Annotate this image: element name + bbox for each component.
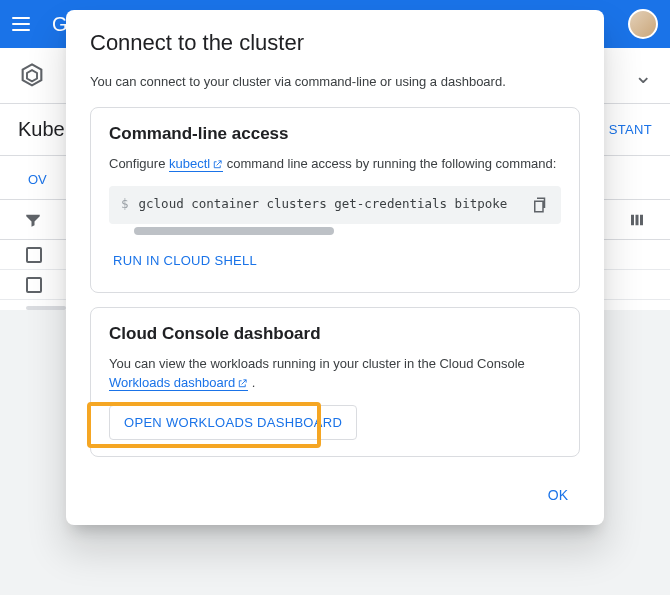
console-heading: Cloud Console dashboard <box>109 324 561 344</box>
command-box: $ gcloud container clusters get-credenti… <box>109 186 561 224</box>
external-link-icon <box>237 378 248 389</box>
horizontal-scrollbar[interactable] <box>109 227 561 235</box>
workloads-dashboard-link[interactable]: Workloads dashboard <box>109 375 248 391</box>
connect-cluster-dialog: Connect to the cluster You can connect t… <box>66 10 604 525</box>
console-text: You can view the workloads running in yo… <box>109 354 561 393</box>
cli-instructions: Configure kubectl command line access by… <box>109 154 561 174</box>
ok-button[interactable]: OK <box>536 479 580 511</box>
external-link-icon <box>212 159 223 170</box>
open-workloads-dashboard-button[interactable]: OPEN WORKLOADS DASHBOARD <box>109 405 357 440</box>
dialog-actions: OK <box>90 471 580 515</box>
shell-prompt: $ <box>121 196 129 211</box>
cli-card: Command-line access Configure kubectl co… <box>90 107 580 293</box>
dialog-description: You can connect to your cluster via comm… <box>90 74 580 89</box>
copy-icon[interactable] <box>531 196 549 214</box>
command-text: gcloud container clusters get-credential… <box>139 196 521 211</box>
kubectl-link[interactable]: kubectl <box>169 156 223 172</box>
dialog-title: Connect to the cluster <box>90 30 580 56</box>
run-cloud-shell-button[interactable]: RUN IN CLOUD SHELL <box>109 245 261 276</box>
console-card: Cloud Console dashboard You can view the… <box>90 307 580 457</box>
cli-heading: Command-line access <box>109 124 561 144</box>
